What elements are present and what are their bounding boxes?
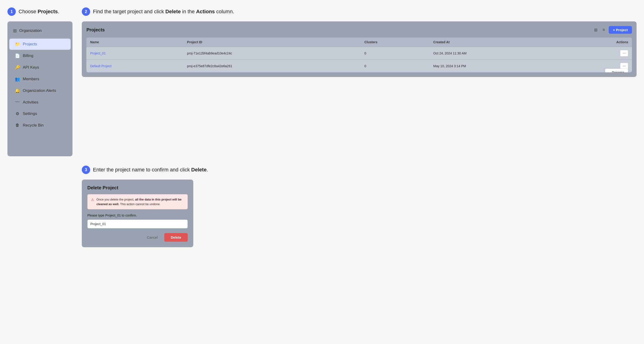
actions-dropdown: Rename Delete — [605, 69, 628, 72]
projects-header-actions: ⊞ ≡ + Project — [593, 26, 632, 34]
sidebar-item-recycle-bin[interactable]: 🗑 Recycle Bin — [9, 120, 71, 131]
sidebar-item-label: API Keys — [23, 65, 39, 70]
clusters-cell: 0 — [360, 60, 430, 73]
clusters-cell: 0 — [360, 47, 430, 60]
sidebar-item-api-keys[interactable]: 🔑 API Keys — [9, 62, 71, 73]
actions-menu-button[interactable]: ··· — [620, 63, 628, 69]
project-name-cell: Project_01 — [86, 47, 183, 60]
sidebar: ⊞ Organization 📁 Projects 📄 Billing 🔑 AP… — [8, 21, 72, 156]
created-at-cell: Oct 24, 2024 11:30 AM — [430, 47, 567, 60]
projects-header: Projects ⊞ ≡ + Project — [86, 26, 632, 34]
col-name: Name — [86, 38, 183, 47]
delete-button[interactable]: Delete — [164, 233, 188, 242]
step3-text: Enter the project name to confirm and cl… — [93, 167, 208, 173]
project-link[interactable]: Project_01 — [90, 51, 106, 55]
step3-indent — [8, 165, 72, 247]
actions-cell: ··· Rename Delete — [567, 60, 632, 73]
sidebar-item-settings[interactable]: ⚙ Settings — [9, 108, 71, 119]
col-created-at: Created At — [430, 38, 567, 47]
sidebar-item-activities[interactable]: 〰 Activities — [9, 97, 71, 108]
projects-title: Projects — [86, 27, 105, 33]
project-link[interactable]: Default Project — [90, 64, 112, 68]
bell-icon: 🔔 — [15, 88, 20, 93]
project-id-cell: proj-e375e87dfe2c8a42e6a261 — [183, 60, 360, 73]
delete-dialog: Delete Project ⚠ Once you delete the pro… — [82, 180, 193, 247]
sidebar-item-members[interactable]: 👥 Members — [9, 74, 71, 85]
sidebar-item-billing[interactable]: 📄 Billing — [9, 50, 71, 61]
activity-icon: 〰 — [15, 100, 20, 105]
key-icon: 🔑 — [15, 65, 20, 70]
warning-box: ⚠ Once you delete the project, all the d… — [87, 194, 188, 209]
grid-view-button[interactable]: ⊞ — [593, 27, 599, 34]
sidebar-org: ⊞ Organization — [8, 26, 72, 38]
warning-icon: ⚠ — [91, 198, 94, 206]
projects-card: Projects ⊞ ≡ + Project Name Project ID C… — [82, 21, 636, 77]
sidebar-item-projects[interactable]: 📁 Projects — [9, 39, 71, 50]
confirm-label: Please type Project_01 to confirm. — [87, 214, 188, 217]
step1-badge: 1 — [8, 8, 16, 16]
created-at-cell: May 10, 2024 3:14 PM — [430, 60, 567, 73]
cancel-button[interactable]: Cancel — [143, 233, 162, 242]
project-id-cell: proj-71e12bf4ab9ead10e4c24c — [183, 47, 360, 60]
step3-content: 3 Enter the project name to confirm and … — [82, 165, 636, 247]
step1-text: Choose Projects. — [18, 9, 59, 15]
table-row: Default Project proj-e375e87dfe2c8a42e6a… — [86, 60, 632, 73]
col-actions: Actions — [567, 38, 632, 47]
col-project-id: Project ID — [183, 38, 360, 47]
sidebar-item-label: Billing — [23, 54, 33, 58]
step3-badge: 3 — [82, 165, 90, 174]
rename-option[interactable]: Rename — [605, 69, 628, 72]
members-icon: 👥 — [15, 77, 20, 82]
settings-icon: ⚙ — [15, 111, 20, 116]
confirm-input[interactable] — [87, 220, 188, 228]
actions-menu-button[interactable]: ··· — [620, 50, 628, 57]
sidebar-item-label: Recycle Bin — [23, 123, 44, 128]
step1-header: 1 Choose Projects. — [8, 8, 72, 16]
sidebar-item-label: Organization Alerts — [23, 88, 56, 93]
list-view-button[interactable]: ≡ — [601, 27, 606, 33]
delete-dialog-title: Delete Project — [87, 185, 188, 191]
building-icon: ⊞ — [13, 28, 17, 34]
step2-text: Find the target project and click Delete… — [93, 9, 234, 15]
step2-header: 2 Find the target project and click Dele… — [82, 8, 636, 16]
col-clusters: Clusters — [360, 38, 430, 47]
add-project-button[interactable]: + Project — [609, 26, 632, 34]
warning-text: Once you delete the project, all the dat… — [96, 197, 184, 206]
projects-table: Name Project ID Clusters Created At Acti… — [86, 38, 632, 72]
step1-bold: Projects — [38, 9, 58, 15]
sidebar-item-label: Settings — [23, 111, 37, 116]
folder-icon: 📁 — [15, 42, 20, 47]
dialog-footer: Cancel Delete — [87, 233, 188, 242]
step2-badge: 2 — [82, 8, 90, 16]
project-name-cell: Default Project — [86, 60, 183, 73]
table-row: Project_01 proj-71e12bf4ab9ead10e4c24c 0… — [86, 47, 632, 60]
sidebar-org-label: Organization — [19, 28, 42, 33]
billing-icon: 📄 — [15, 53, 20, 58]
trash-icon: 🗑 — [15, 123, 20, 128]
actions-cell: ··· — [567, 47, 632, 60]
sidebar-item-label: Activities — [23, 100, 38, 105]
sidebar-item-org-alerts[interactable]: 🔔 Organization Alerts — [9, 85, 71, 96]
sidebar-item-label: Projects — [23, 42, 37, 47]
step3-header: 3 Enter the project name to confirm and … — [82, 165, 636, 174]
sidebar-item-label: Members — [23, 77, 39, 81]
